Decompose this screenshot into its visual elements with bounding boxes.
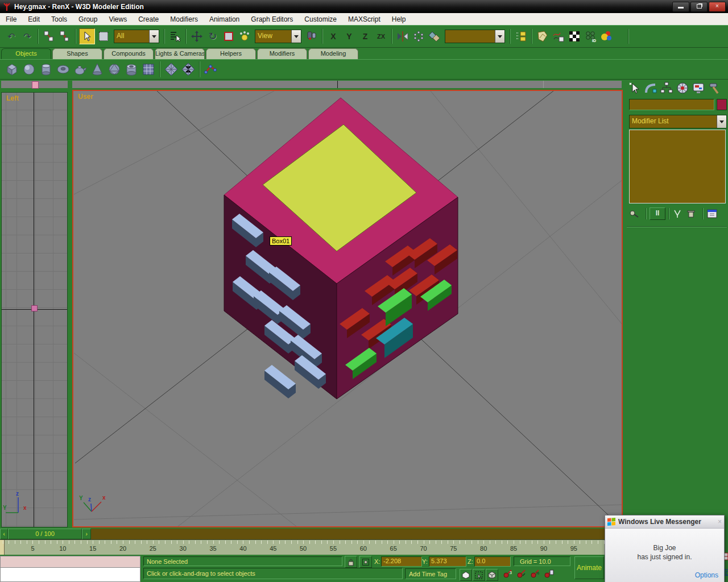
x-coord-field[interactable]: -2.208	[381, 556, 422, 567]
key-list-icon[interactable]	[544, 569, 554, 579]
configure-modifier-sets-icon[interactable]	[706, 209, 721, 219]
menu-graph-editors[interactable]: Graph Editors	[245, 14, 299, 24]
align-icon[interactable]	[427, 29, 442, 44]
named-selection-dropdown[interactable]	[445, 30, 505, 43]
restore-button[interactable]	[690, 2, 708, 12]
tab-modifiers[interactable]: Modifiers	[257, 48, 307, 59]
y-coord-field[interactable]: 5.373	[429, 556, 466, 567]
cylinder-tool-icon[interactable]	[38, 61, 55, 78]
menu-customize[interactable]: Customize	[299, 14, 342, 24]
key-percent-icon[interactable]: %	[530, 569, 540, 579]
axis-constraint-x[interactable]: X	[326, 30, 340, 43]
axis-constraint-zx[interactable]: ZX	[374, 30, 388, 43]
time-slider-handle[interactable]: 0 / 100	[8, 529, 82, 539]
dropdown-arrow-icon[interactable]	[717, 115, 726, 128]
menu-help[interactable]: Help	[386, 14, 412, 24]
remove-modifier-icon[interactable]	[686, 209, 700, 219]
tab-compounds[interactable]: Compounds	[104, 48, 154, 59]
viewport-user-label[interactable]: User	[78, 93, 93, 101]
material-id-icon[interactable]: ID	[583, 29, 598, 44]
key-mode-icon[interactable]: 3	[503, 569, 513, 579]
display-tab-icon[interactable]	[690, 81, 706, 95]
track-bar[interactable]: 5101520253035404550556065707580859095	[0, 539, 605, 555]
quadpatch-tool-icon[interactable]	[163, 61, 180, 78]
selection-brackets-icon[interactable]	[473, 569, 485, 581]
absolute-mode-toggle-icon[interactable]	[359, 556, 372, 568]
tab-modeling[interactable]: Modeling	[308, 48, 358, 59]
hierarchy-tab-icon[interactable]	[659, 81, 675, 95]
selection-filter-dropdown[interactable]: All	[114, 30, 159, 43]
menu-tools[interactable]: Tools	[46, 14, 73, 24]
select-and-move-icon[interactable]	[189, 29, 204, 44]
select-object-button[interactable]	[79, 28, 95, 44]
curve-editor-icon[interactable]	[535, 29, 550, 44]
frame-forward-button[interactable]: ›	[82, 529, 91, 539]
select-and-rotate-icon[interactable]: ↻	[205, 29, 220, 44]
motion-tab-icon[interactable]	[675, 81, 690, 95]
object-name-field[interactable]	[629, 99, 714, 110]
reference-coordinate-dropdown[interactable]: View	[255, 30, 301, 43]
pin-stack-icon[interactable]	[629, 209, 643, 219]
messenger-close-icon[interactable]: ×	[718, 518, 722, 526]
torus-tool-icon[interactable]	[55, 61, 72, 78]
menu-file[interactable]: File	[0, 14, 22, 24]
dropdown-arrow-icon[interactable]	[149, 30, 159, 43]
maxscript-listener-pink[interactable]	[0, 556, 140, 568]
tab-shapes[interactable]: Shapes	[52, 48, 102, 59]
modifier-list-dropdown[interactable]: Modifier List	[629, 115, 727, 128]
menu-maxscript[interactable]: MAXScript	[342, 14, 386, 24]
tab-objects[interactable]: Objects	[1, 48, 51, 59]
unlink-selection-icon[interactable]	[57, 29, 72, 44]
wireframe-cube-icon[interactable]	[486, 569, 498, 581]
geosphere-tool-icon[interactable]	[106, 61, 123, 78]
menu-create[interactable]: Create	[133, 14, 164, 24]
shaded-view-icon[interactable]	[460, 569, 472, 581]
top-viewport-sliver-left[interactable]	[1, 81, 68, 88]
box-tool-icon[interactable]	[3, 61, 20, 78]
dropdown-arrow-icon[interactable]	[495, 30, 504, 43]
bones-tool-icon[interactable]	[202, 61, 220, 78]
select-and-scale-icon[interactable]	[221, 29, 236, 44]
material-editor-icon[interactable]	[567, 29, 582, 44]
rectangular-selection-region-icon[interactable]	[96, 29, 111, 44]
make-unique-icon[interactable]	[672, 209, 686, 219]
top-viewport-sliver-right[interactable]	[72, 81, 622, 88]
user-viewport-canvas[interactable]	[73, 91, 622, 526]
close-button[interactable]: ×	[709, 2, 726, 12]
menu-animation[interactable]: Animation	[204, 14, 245, 24]
utilities-tab-icon[interactable]	[706, 81, 722, 95]
schematic-view-icon[interactable]	[551, 29, 566, 44]
viewport-left[interactable]: Left z Y x	[1, 92, 68, 527]
grid-tool-icon[interactable]	[140, 61, 157, 78]
teapot-tool-icon[interactable]	[72, 61, 89, 78]
box01-side-view[interactable]	[31, 305, 38, 311]
minimize-button[interactable]	[672, 2, 689, 12]
menu-modifiers[interactable]: Modifiers	[164, 14, 204, 24]
sphere-tool-icon[interactable]	[20, 61, 38, 78]
axis-constraint-z[interactable]: Z	[358, 30, 372, 43]
selection-lock-icon[interactable]	[345, 556, 357, 568]
use-pivot-center-icon[interactable]	[304, 29, 319, 44]
cone-tool-icon[interactable]	[89, 61, 106, 78]
object-color-swatch[interactable]	[717, 99, 727, 110]
layer-manager-icon[interactable]	[514, 29, 528, 44]
select-by-name-icon[interactable]	[168, 29, 183, 44]
messenger-header[interactable]: Windows Live Messenger ×	[605, 516, 724, 529]
redo-icon[interactable]: ↷	[20, 29, 35, 44]
select-and-link-icon[interactable]	[42, 29, 56, 44]
messenger-options-link[interactable]: Options	[695, 571, 718, 579]
menu-edit[interactable]: Edit	[22, 14, 46, 24]
dropdown-arrow-icon[interactable]	[291, 30, 301, 43]
messenger-toast[interactable]: Windows Live Messenger × Big Joe has jus…	[605, 515, 725, 582]
menu-views[interactable]: Views	[103, 14, 133, 24]
viewport-left-label[interactable]: Left	[6, 94, 19, 102]
mirror-icon[interactable]	[395, 29, 410, 44]
z-coord-field[interactable]: 0.0	[474, 556, 511, 567]
tab-lights-cameras[interactable]: Lights & Cameras	[155, 48, 205, 59]
tab-helpers[interactable]: Helpers	[206, 48, 256, 59]
array-icon[interactable]	[411, 29, 426, 44]
create-tab-icon[interactable]	[627, 81, 643, 95]
time-slider-track[interactable]: ‹ 0 / 100 ›	[0, 529, 623, 539]
maxscript-listener-white[interactable]	[0, 568, 140, 582]
frame-back-button[interactable]: ‹	[0, 529, 8, 539]
